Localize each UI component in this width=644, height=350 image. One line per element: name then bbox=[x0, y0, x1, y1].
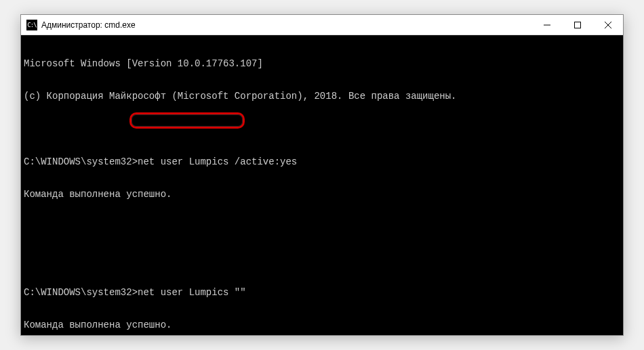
maximize-button[interactable] bbox=[562, 15, 592, 35]
cmd-icon: C:\ bbox=[26, 20, 37, 30]
svg-rect-1 bbox=[574, 22, 580, 28]
terminal-line: (c) Корпорация Майкрософт (Microsoft Cor… bbox=[24, 91, 620, 102]
cmd-window: C:\ Администратор: cmd.exe Microsoft Win… bbox=[20, 14, 624, 336]
terminal-line: C:\WINDOWS\system32>net user Lumpics "" bbox=[24, 287, 620, 298]
window-title: Администратор: cmd.exe bbox=[41, 20, 531, 30]
terminal-line: Команда выполнена успешно. bbox=[24, 320, 620, 330]
terminal-line bbox=[24, 255, 620, 265]
titlebar[interactable]: C:\ Администратор: cmd.exe bbox=[21, 15, 623, 35]
window-controls bbox=[531, 15, 623, 35]
close-button[interactable] bbox=[592, 15, 623, 35]
terminal-line bbox=[24, 124, 620, 135]
terminal-line: Microsoft Windows [Version 10.0.17763.10… bbox=[24, 58, 620, 69]
maximize-icon bbox=[574, 22, 581, 28]
terminal-output[interactable]: Microsoft Windows [Version 10.0.17763.10… bbox=[21, 35, 623, 335]
minimize-icon bbox=[544, 22, 550, 28]
terminal-line: Команда выполнена успешно. bbox=[24, 189, 620, 200]
minimize-button[interactable] bbox=[531, 15, 562, 35]
terminal-line: C:\WINDOWS\system32>net user Lumpics /ac… bbox=[24, 156, 620, 167]
terminal-line bbox=[24, 222, 620, 233]
close-icon bbox=[605, 22, 611, 28]
